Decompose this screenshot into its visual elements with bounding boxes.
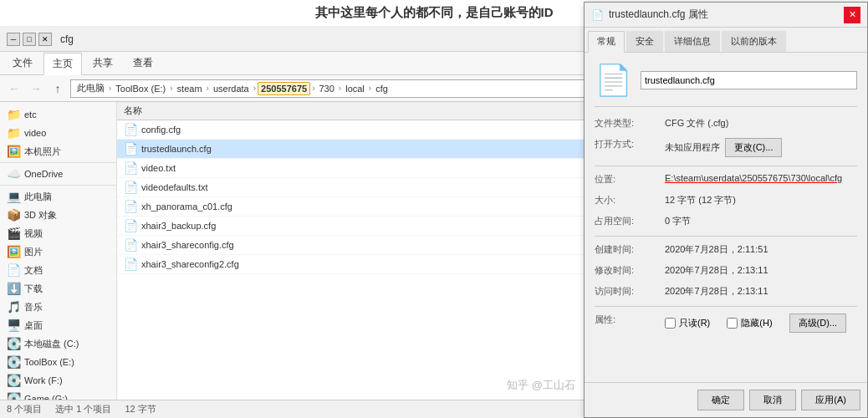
dialog-title-text: trustedlaunch.cfg 属性 — [609, 8, 839, 22]
dialog-cancel-button[interactable]: 取消 — [749, 390, 796, 410]
dialog-advanced-button[interactable]: 高级(D)... — [789, 314, 846, 333]
checkbox-row: 只读(R) 隐藏(H) 高级(D)... — [665, 314, 857, 333]
dialog-file-icon-large: 📄 — [595, 63, 632, 98]
dialog-tab-general[interactable]: 常规 — [588, 31, 625, 53]
dialog-divider-3 — [595, 306, 857, 307]
dialog-tab-security[interactable]: 安全 — [626, 31, 663, 52]
dialog-divider-2 — [595, 236, 857, 237]
dialog-file-icon-small: 📄 — [591, 9, 604, 21]
readonly-label: 只读(R) — [679, 317, 710, 329]
readonly-checkbox[interactable] — [665, 318, 676, 329]
dialog-field-type: 文件类型: CFG 文件 (.cfg) — [595, 117, 857, 130]
dialog-label-disksize: 占用空间: — [595, 215, 661, 227]
dialog-change-button[interactable]: 更改(C)... — [725, 138, 782, 157]
dialog-value-disksize: 0 字节 — [665, 215, 857, 227]
dialog-footer: 确定 取消 应用(A) — [585, 382, 867, 417]
dialog-field-attributes: 属性: 只读(R) 隐藏(H) 高级(D)... — [595, 314, 857, 339]
dialog-label-modified: 修改时间: — [595, 264, 661, 277]
dialog-label-open: 打开方式: — [595, 138, 661, 150]
dialog-ok-button[interactable]: 确定 — [697, 390, 744, 410]
dialog-value-accessed: 2020年7月28日，2:13:11 — [665, 285, 857, 298]
dialog-field-open: 打开方式: 未知应用程序 更改(C)... — [595, 138, 857, 157]
dialog-field-modified: 修改时间: 2020年7月28日，2:13:11 — [595, 264, 857, 277]
dialog-field-accessed: 访问时间: 2020年7月28日，2:13:11 — [595, 285, 857, 298]
dialog-label-size: 大小: — [595, 194, 661, 206]
dialog-filename-input[interactable] — [641, 71, 857, 89]
dialog-value-type: CFG 文件 (.cfg) — [665, 117, 857, 130]
dialog-apply-button[interactable]: 应用(A) — [801, 390, 860, 410]
dialog-title-bar: 📄 trustedlaunch.cfg 属性 ✕ — [585, 3, 867, 28]
dialog-open-row: 未知应用程序 更改(C)... — [665, 138, 857, 157]
dialog-field-disksize: 占用空间: 0 字节 — [595, 215, 857, 227]
dialog-label-type: 文件类型: — [595, 117, 661, 130]
dialog-tab-details[interactable]: 详细信息 — [665, 31, 720, 52]
dialog-divider-1 — [595, 166, 857, 166]
dialog-overlay: 📄 trustedlaunch.cfg 属性 ✕ 常规 安全 详细信息 以前的版… — [0, 0, 868, 418]
dialog-tabs: 常规 安全 详细信息 以前的版本 — [585, 28, 867, 53]
dialog-label-attributes: 属性: — [595, 314, 661, 326]
dialog-label-accessed: 访问时间: — [595, 285, 661, 298]
dialog-label-created: 创建时间: — [595, 243, 661, 256]
dialog-value-created: 2020年7月28日，2:11:51 — [665, 243, 857, 256]
dialog-file-header: 📄 — [595, 63, 857, 107]
main-window: 其中这里每个人的都不同，是自己账号的ID ─ □ ✕ cfg 文件 主页 共享 … — [0, 0, 868, 418]
dialog-value-open: 未知应用程序 — [665, 141, 720, 154]
dialog-field-location: 位置: E:\steam\userdata\250557675\730\loca… — [595, 173, 857, 186]
dialog-field-created: 创建时间: 2020年7月28日，2:11:51 — [595, 243, 857, 256]
dialog-tab-previous[interactable]: 以前的版本 — [722, 31, 786, 52]
properties-dialog: 📄 trustedlaunch.cfg 属性 ✕ 常规 安全 详细信息 以前的版… — [584, 2, 868, 418]
dialog-content: 📄 文件类型: CFG 文件 (.cfg) 打开方式: 未知应用程序 更改(C)… — [585, 53, 867, 382]
dialog-value-modified: 2020年7月28日，2:13:11 — [665, 264, 857, 277]
dialog-value-size: 12 字节 (12 字节) — [665, 194, 857, 206]
hidden-checkbox[interactable] — [727, 318, 738, 329]
dialog-close-button[interactable]: ✕ — [844, 7, 860, 23]
dialog-field-size: 大小: 12 字节 (12 字节) — [595, 194, 857, 206]
hidden-label: 隐藏(H) — [741, 317, 772, 329]
checkbox-hidden[interactable]: 隐藏(H) — [727, 317, 772, 329]
checkbox-readonly[interactable]: 只读(R) — [665, 317, 710, 329]
dialog-value-location: E:\steam\userdata\250557675\730\local\cf… — [665, 173, 857, 183]
dialog-label-location: 位置: — [595, 173, 661, 186]
dialog-attributes-content: 只读(R) 隐藏(H) 高级(D)... — [665, 314, 857, 339]
